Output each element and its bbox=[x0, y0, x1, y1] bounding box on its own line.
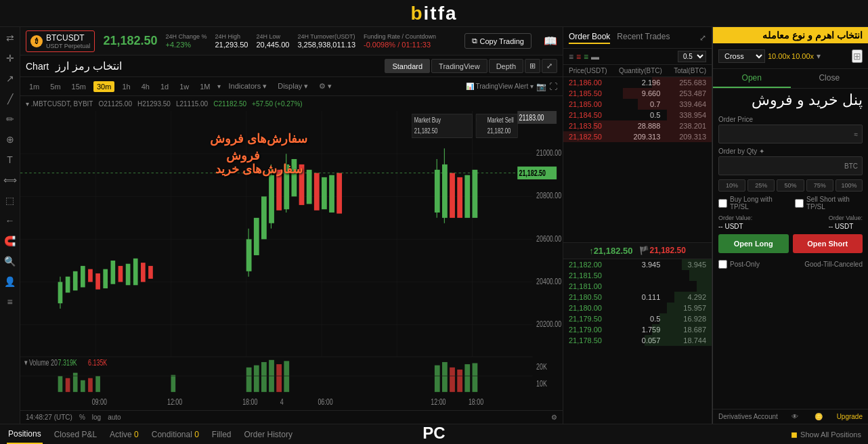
tab-positions[interactable]: Positions bbox=[7, 425, 43, 444]
svg-text:20800.00: 20800.00 bbox=[536, 191, 561, 200]
svg-rect-57 bbox=[73, 373, 78, 392]
tab-order-book[interactable]: Order Book bbox=[569, 32, 610, 44]
ob-buy-row[interactable]: 21,179.500.516.928 bbox=[563, 313, 712, 324]
display-btn[interactable]: Display ▾ bbox=[274, 81, 311, 92]
svg-rect-70 bbox=[450, 368, 455, 392]
ob-sell-row[interactable]: 21,185.509.660253.487 bbox=[563, 88, 712, 99]
slider-75pct[interactable]: 75% bbox=[806, 179, 833, 192]
ob-buy-row[interactable]: 21,179.001.75918.687 bbox=[563, 324, 712, 335]
show-all-positions-btn[interactable]: ◼ Show All Positions bbox=[791, 430, 861, 439]
measure-icon[interactable]: ⟺ bbox=[1, 173, 19, 187]
line-icon[interactable]: ╱ bbox=[5, 91, 15, 106]
indicators-btn[interactable]: Indicators ▾ bbox=[225, 81, 270, 92]
ob-buy-row[interactable]: 21,181.50 bbox=[563, 270, 712, 281]
tradingview-badge[interactable]: 📊 TradingView Alert ▾ bbox=[466, 83, 534, 90]
tp-leverage-chevron[interactable]: ▾ bbox=[817, 51, 821, 61]
cursor-icon[interactable]: ✛ bbox=[4, 51, 16, 66]
brush-icon[interactable]: ✏ bbox=[4, 112, 16, 127]
magnet-icon[interactable]: 🧲 bbox=[2, 234, 18, 248]
slider-25pct[interactable]: 25% bbox=[747, 179, 775, 192]
zoom-icon[interactable]: ⬚ bbox=[3, 193, 16, 208]
tab-expand-icon[interactable]: ⤢ bbox=[542, 59, 557, 73]
copy-icon: ⧉ bbox=[472, 37, 477, 45]
tab-conditional[interactable]: Conditional 0 bbox=[150, 426, 200, 443]
slider-10pct[interactable]: 10% bbox=[718, 179, 745, 192]
log-btn[interactable]: log bbox=[92, 414, 101, 421]
ob-sell-row[interactable]: 21,182.50209.313209.313 bbox=[563, 131, 712, 142]
chart-canvas[interactable]: 21000.00 20800.00 20600.00 20400.00 2020… bbox=[20, 111, 563, 410]
time-4h[interactable]: 4h bbox=[138, 81, 153, 92]
tp-open-tab[interactable]: Open bbox=[713, 69, 791, 88]
ob-sell-row[interactable]: 21,185.000.7339.464 bbox=[563, 99, 712, 110]
crosshair-icon[interactable]: ⊕ bbox=[4, 132, 16, 147]
ob-mid-red: 🏴21,182.50 bbox=[639, 246, 685, 255]
tab-grid-icon[interactable]: ⊞ bbox=[525, 59, 540, 73]
tab-depth[interactable]: Depth bbox=[489, 59, 523, 73]
tab-standard[interactable]: Standard bbox=[385, 59, 430, 73]
ob-buy-row[interactable]: 21,178.500.05718.744 bbox=[563, 335, 712, 346]
tab-order-history[interactable]: Order History bbox=[243, 426, 294, 443]
tab-recent-trades[interactable]: Recent Trades bbox=[617, 32, 670, 44]
ob-buy-row[interactable]: 21,180.0015.957 bbox=[563, 303, 712, 313]
order-qty-input[interactable] bbox=[723, 162, 831, 170]
ob-sell-row[interactable]: 21,184.500.5338.954 bbox=[563, 110, 712, 120]
qty-suffix: BTC bbox=[844, 162, 858, 170]
tp-mode-select[interactable]: Cross Isolated bbox=[718, 49, 765, 63]
text-icon[interactable]: T bbox=[5, 152, 15, 167]
order-price-input[interactable] bbox=[723, 130, 831, 138]
time-5m[interactable]: 5m bbox=[47, 81, 64, 92]
ob-sell-row[interactable]: 21,186.002.196255.683 bbox=[563, 77, 712, 88]
time-1h[interactable]: 1h bbox=[118, 81, 133, 92]
time-1d[interactable]: 1d bbox=[157, 81, 172, 92]
ob-buy-row[interactable]: 21,180.500.1114.292 bbox=[563, 292, 712, 303]
camera-icon[interactable]: 📷 bbox=[536, 82, 546, 91]
upgrade-label[interactable]: Upgrade bbox=[837, 413, 863, 420]
ob-bar-icon[interactable]: ▬ bbox=[591, 52, 599, 62]
tp-close-tab[interactable]: Close bbox=[791, 69, 869, 88]
tab-active[interactable]: Active 0 bbox=[108, 426, 140, 443]
time-30m[interactable]: 30m bbox=[93, 81, 114, 92]
ob-sell-icon[interactable]: ≡ bbox=[576, 52, 581, 62]
time-15m[interactable]: 15m bbox=[68, 81, 89, 92]
ob-sell-row[interactable]: 21,183.5028.888238.201 bbox=[563, 120, 712, 131]
order-value-left: Order Value: -- USDT bbox=[718, 215, 752, 230]
stat-24h-change: 24H Change % +4.23% bbox=[165, 33, 207, 49]
sell-short-tpsl-checkbox[interactable] bbox=[795, 199, 804, 208]
symbol-selector[interactable]: ₿ BTCUSDT USDT Perpetual bbox=[26, 30, 95, 52]
open-long-button[interactable]: Open Long bbox=[718, 234, 789, 253]
ob-all-icon[interactable]: ≡ bbox=[569, 52, 573, 62]
ob-buy-icon[interactable]: ≡ bbox=[584, 52, 588, 62]
person-icon[interactable]: 👤 bbox=[2, 274, 18, 289]
trend-icon[interactable]: ↗ bbox=[4, 71, 16, 86]
buy-long-tpsl-checkbox[interactable] bbox=[718, 199, 727, 208]
slider-100pct[interactable]: 100% bbox=[836, 179, 863, 192]
tp-table-icon[interactable]: ⊞ bbox=[852, 49, 863, 63]
tab-closed-pel[interactable]: Closed P&L bbox=[53, 426, 98, 443]
settings-bottom-icon[interactable]: ⚙ bbox=[551, 414, 557, 421]
time-1M[interactable]: 1M bbox=[196, 81, 213, 92]
open-short-button[interactable]: Open Short bbox=[793, 234, 863, 253]
copy-trading-button[interactable]: ⧉ Copy Trading bbox=[464, 33, 531, 49]
post-only-checkbox[interactable] bbox=[718, 260, 727, 269]
fullscreen-icon[interactable]: ⛶ bbox=[549, 82, 557, 91]
layers-icon[interactable]: ≡ bbox=[5, 294, 14, 309]
auto-btn[interactable]: auto bbox=[108, 414, 121, 421]
ob-buy-row[interactable]: 21,181.00 bbox=[563, 281, 712, 292]
time-1w[interactable]: 1w bbox=[176, 81, 192, 92]
ohlc-symbol: ▾ .MBTCUSDT, BYBIT bbox=[26, 100, 93, 108]
settings-btn[interactable]: ⚙ ▾ bbox=[316, 81, 335, 92]
svg-rect-23 bbox=[103, 269, 108, 288]
ob-expand-icon[interactable]: ⤢ bbox=[699, 33, 706, 43]
slider-50pct[interactable]: 50% bbox=[777, 179, 804, 192]
eye-icon[interactable]: 👁 bbox=[791, 413, 798, 420]
zoom-in-icon[interactable]: 🔍 bbox=[2, 254, 18, 269]
ob-buy-row[interactable]: 21,182.003.9453.945 bbox=[563, 259, 712, 270]
tab-tradingview[interactable]: TradingView bbox=[431, 59, 487, 73]
tab-filled[interactable]: Filled bbox=[211, 426, 233, 443]
time-1m[interactable]: 1m bbox=[26, 81, 43, 92]
svg-rect-32 bbox=[254, 218, 259, 255]
ob-precision-select[interactable]: 0.5 1 5 bbox=[678, 51, 706, 62]
arrow-left-icon[interactable]: ← bbox=[3, 213, 17, 228]
book-icon[interactable]: 📖 bbox=[544, 35, 557, 47]
arrows-icon[interactable]: ⇄ bbox=[4, 30, 16, 45]
